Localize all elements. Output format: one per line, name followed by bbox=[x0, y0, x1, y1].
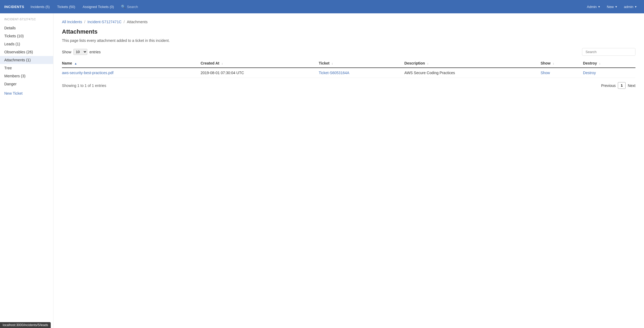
col-ticket[interactable]: Ticket ↕ bbox=[319, 59, 405, 68]
status-bar: localhost:3000/incidents/5/leads bbox=[0, 322, 51, 328]
sidebar-item-tickets[interactable]: Tickets (10) bbox=[0, 32, 53, 40]
sort-icon: ↕ bbox=[553, 62, 554, 65]
show-link[interactable]: Show bbox=[541, 71, 550, 75]
attachment-name-link[interactable]: aws-security-best-practices.pdf bbox=[62, 71, 113, 75]
next-button[interactable]: Next bbox=[628, 83, 635, 88]
col-name[interactable]: Name ▲ bbox=[62, 59, 201, 68]
page-1-button[interactable]: 1 bbox=[618, 82, 626, 89]
pagination: Showing 1 to 1 of 1 entries Previous 1 N… bbox=[62, 82, 635, 89]
show-label: Show bbox=[62, 50, 71, 54]
main-content: All Incidents / Incident-S7127471C / Att… bbox=[53, 13, 644, 328]
breadcrumb-all-incidents[interactable]: All Incidents bbox=[62, 20, 82, 24]
sort-asc-icon: ▲ bbox=[74, 62, 77, 65]
new-dropdown-button[interactable]: New ▼ bbox=[604, 3, 620, 10]
chevron-down-icon: ▼ bbox=[598, 5, 600, 8]
top-navigation: INCIDENTS Incidents (5) Tickets (50) Ass… bbox=[0, 0, 644, 13]
show-entries: Show 10 25 50 100 entries bbox=[62, 49, 101, 55]
search-icon: 🔍 bbox=[121, 5, 125, 9]
pagination-controls: Previous 1 Next bbox=[601, 82, 636, 89]
col-created-at[interactable]: Created At ↕ bbox=[201, 59, 319, 68]
col-destroy[interactable]: Destroy ↕ bbox=[583, 59, 635, 68]
showing-text: Showing 1 to 1 of 1 entries bbox=[62, 83, 106, 88]
admin-dropdown-button[interactable]: Admin ▼ bbox=[584, 3, 603, 10]
breadcrumb-current: Attachments bbox=[127, 20, 148, 24]
previous-button[interactable]: Previous bbox=[601, 83, 616, 88]
breadcrumb: All Incidents / Incident-S7127471C / Att… bbox=[62, 20, 635, 24]
new-ticket-link[interactable]: New Ticket bbox=[0, 88, 53, 99]
nav-brand: INCIDENTS bbox=[4, 5, 24, 9]
nav-link-incidents[interactable]: Incidents (5) bbox=[28, 3, 53, 10]
col-description[interactable]: Description ↕ bbox=[405, 59, 541, 68]
cell-name: aws-security-best-practices.pdf bbox=[62, 68, 201, 78]
sidebar: INCIDENT-S7127471C Details Tickets (10) … bbox=[0, 13, 53, 328]
page-title: Attachments bbox=[62, 28, 635, 35]
main-layout: INCIDENT-S7127471C Details Tickets (10) … bbox=[0, 13, 644, 328]
sidebar-item-tree[interactable]: Tree bbox=[0, 64, 53, 72]
sort-icon: ↕ bbox=[221, 62, 223, 65]
sidebar-item-danger[interactable]: Danger bbox=[0, 80, 53, 88]
ticket-link[interactable]: Ticket-S6053164A bbox=[319, 71, 350, 75]
attachments-table: Name ▲ Created At ↕ Ticket ↕ Description… bbox=[62, 59, 635, 78]
table-controls: Show 10 25 50 100 entries bbox=[62, 48, 635, 56]
cell-show: Show bbox=[541, 68, 583, 78]
breadcrumb-sep-1: / bbox=[84, 20, 85, 24]
sidebar-item-details[interactable]: Details bbox=[0, 24, 53, 32]
user-dropdown-button[interactable]: admin ▼ bbox=[621, 3, 640, 10]
sidebar-item-members[interactable]: Members (3) bbox=[0, 72, 53, 80]
page-description: This page lists every attachment added t… bbox=[62, 38, 635, 43]
entries-select[interactable]: 10 25 50 100 bbox=[73, 49, 87, 55]
sidebar-incident-id: INCIDENT-S7127471C bbox=[0, 18, 53, 24]
breadcrumb-incident-link[interactable]: Incident-S7127471C bbox=[87, 20, 121, 24]
entries-label: entries bbox=[89, 50, 101, 54]
table-row: aws-security-best-practices.pdf 2019-08-… bbox=[62, 68, 635, 78]
chevron-down-icon: ▼ bbox=[615, 5, 618, 8]
sidebar-item-observables[interactable]: Observables (26) bbox=[0, 48, 53, 56]
destroy-link[interactable]: Destroy bbox=[583, 71, 596, 75]
nav-search-label: Search bbox=[127, 5, 138, 9]
sort-icon: ↕ bbox=[599, 62, 601, 65]
cell-created-at: 2019-08-01 07:30:04 UTC bbox=[201, 68, 319, 78]
search-input[interactable] bbox=[582, 48, 635, 56]
sidebar-item-attachments[interactable]: Attachments (1) bbox=[0, 56, 53, 64]
nav-link-assigned-tickets[interactable]: Assigned Tickets (0) bbox=[80, 3, 117, 10]
cell-ticket: Ticket-S6053164A bbox=[319, 68, 405, 78]
breadcrumb-sep-2: / bbox=[124, 20, 125, 24]
status-url: localhost:3000/incidents/5/leads bbox=[3, 323, 48, 327]
table-header-row: Name ▲ Created At ↕ Ticket ↕ Description… bbox=[62, 59, 635, 68]
col-show[interactable]: Show ↕ bbox=[541, 59, 583, 68]
cell-destroy: Destroy bbox=[583, 68, 635, 78]
sidebar-item-leads[interactable]: Leads (1) bbox=[0, 40, 53, 48]
chevron-down-icon: ▼ bbox=[634, 5, 637, 8]
cell-description: AWS Secure Coding Practices bbox=[405, 68, 541, 78]
nav-search[interactable]: 🔍 Search bbox=[118, 3, 141, 10]
nav-link-tickets[interactable]: Tickets (50) bbox=[54, 3, 78, 10]
sort-icon: ↕ bbox=[427, 62, 429, 65]
sort-icon: ↕ bbox=[332, 62, 333, 65]
nav-right: Admin ▼ New ▼ admin ▼ bbox=[584, 3, 640, 10]
